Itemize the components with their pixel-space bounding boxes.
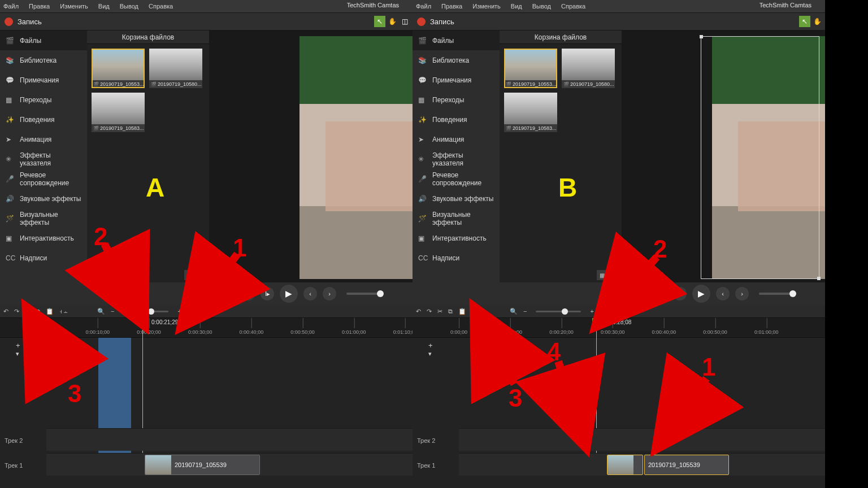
svg-line-1 bbox=[105, 244, 138, 313]
svg-line-3 bbox=[664, 378, 706, 438]
svg-line-2 bbox=[33, 319, 67, 381]
svg-line-0 bbox=[189, 254, 237, 316]
svg-line-5 bbox=[480, 319, 514, 384]
svg-line-4 bbox=[605, 257, 657, 316]
svg-line-6 bbox=[558, 361, 582, 435]
